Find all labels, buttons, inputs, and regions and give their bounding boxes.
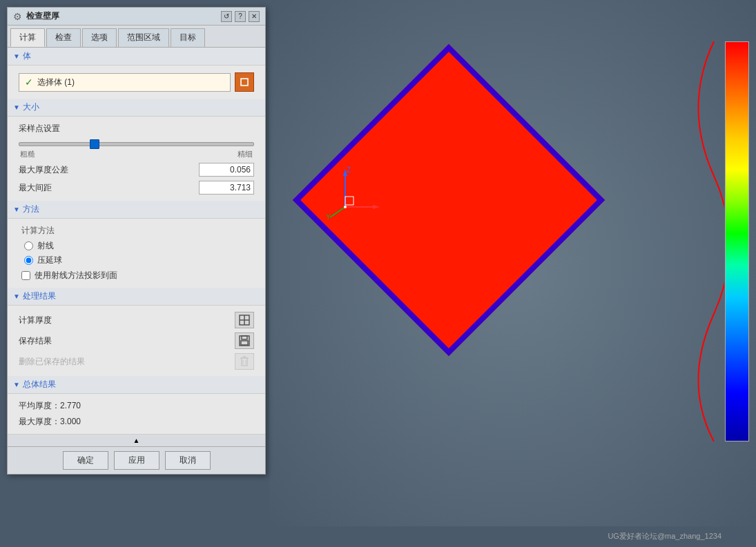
- ok-button[interactable]: 确定: [63, 451, 108, 470]
- tab-target[interactable]: 目标: [171, 28, 205, 47]
- ray-radio-row: 射线: [13, 239, 260, 253]
- apply-button[interactable]: 应用: [114, 451, 159, 470]
- calc-thickness-button[interactable]: [235, 312, 254, 328]
- process-section-content: 计算厚度 保存结果: [8, 306, 265, 376]
- calc-thickness-label: 计算厚度: [19, 315, 231, 326]
- avg-thickness-label: 平均厚度：2.770: [19, 401, 81, 410]
- max-thickness-summary-row: 最大厚度：3.000: [13, 414, 260, 430]
- calc-method-label: 计算方法: [21, 226, 55, 235]
- tab-bar: 计算 检查 选项 范围区域 目标: [8, 26, 265, 48]
- color-scale-curve: [676, 38, 724, 445]
- delete-icon: [238, 355, 251, 368]
- save-result-button[interactable]: [235, 332, 254, 349]
- size-section-label: 大小: [23, 101, 39, 113]
- check-icon: ✓: [25, 77, 33, 88]
- size-section-arrow: ▼: [13, 103, 20, 111]
- tab-range[interactable]: 范围区域: [118, 28, 169, 47]
- size-section-content: 采样点设置 粗糙 精细 最大厚度公差 最大间距: [8, 117, 265, 201]
- save-result-label: 保存结果: [19, 335, 231, 347]
- max-gap-label: 最大间距: [19, 182, 195, 194]
- scroll-up-indicator[interactable]: ▲: [8, 434, 265, 446]
- select-body-field[interactable]: ✓ 选择体 (1): [19, 73, 231, 92]
- svg-point-7: [344, 206, 347, 208]
- delete-result-row: 删除已保存的结果: [13, 351, 260, 372]
- tab-calc[interactable]: 计算: [10, 28, 45, 47]
- svg-line-5: [330, 207, 345, 217]
- section-header-method[interactable]: ▼ 方法: [8, 201, 265, 219]
- body-section-arrow: ▼: [13, 52, 20, 60]
- color-scale-bar: [725, 41, 749, 441]
- dialog-titlebar: ⚙ 检查壁厚 ↺ ? ✕: [8, 8, 265, 26]
- calc-icon: [238, 314, 251, 326]
- project-checkbox[interactable]: [21, 271, 30, 280]
- max-thickness-row: 最大厚度公差: [13, 161, 260, 179]
- process-section-arrow: ▼: [13, 292, 20, 300]
- method-section-label: 方法: [23, 203, 39, 215]
- body-section-label: 体: [23, 50, 31, 62]
- summary-section-label: 总体结果: [23, 379, 56, 390]
- summary-section-arrow: ▼: [13, 381, 20, 388]
- close-button[interactable]: ✕: [249, 11, 260, 22]
- delete-result-button[interactable]: [235, 353, 254, 370]
- slider-thumb[interactable]: [90, 139, 99, 149]
- method-section-content: 计算方法 射线 压延球 使用射线方法投影到面: [8, 219, 265, 288]
- max-thickness-input[interactable]: [199, 163, 254, 177]
- max-thickness-summary-label: 最大厚度：3.000: [19, 417, 81, 426]
- help-button[interactable]: ?: [235, 11, 246, 22]
- select-body-text: 选择体 (1): [37, 77, 75, 88]
- svg-text:Y: Y: [326, 213, 331, 221]
- rollball-radio-row: 压延球: [13, 253, 260, 268]
- section-header-summary[interactable]: ▼ 总体结果: [8, 376, 265, 394]
- slider-row: 粗糙 精细: [13, 137, 260, 161]
- svg-rect-16: [241, 341, 248, 345]
- gear-icon: ⚙: [13, 11, 22, 22]
- calc-method-label-row: 计算方法: [13, 223, 260, 239]
- dialog-title: 检查壁厚: [26, 10, 217, 22]
- project-checkbox-row: 使用射线方法投影到面: [13, 268, 260, 284]
- tab-inspect[interactable]: 检查: [46, 28, 81, 47]
- delete-result-label: 删除已保存的结果: [19, 356, 231, 368]
- body-section-content: ✓ 选择体 (1): [8, 66, 265, 99]
- dialog-wall-thickness: ⚙ 检查壁厚 ↺ ? ✕ 计算 检查 选项 范围区域 目标 ▼ 体 ✓ 选择体 …: [7, 7, 266, 475]
- process-section-label: 处理结果: [23, 290, 56, 302]
- ray-label: 射线: [37, 240, 54, 252]
- coarse-label: 粗糙: [20, 149, 35, 159]
- cancel-button[interactable]: 取消: [165, 451, 211, 470]
- titlebar-buttons: ↺ ? ✕: [221, 11, 260, 22]
- watermark: UG爱好者论坛@ma_zhang_1234: [608, 531, 721, 541]
- section-header-process[interactable]: ▼ 处理结果: [8, 288, 265, 306]
- summary-section-content: 平均厚度：2.770 最大厚度：3.000: [8, 394, 265, 434]
- svg-rect-15: [242, 336, 247, 339]
- tab-options[interactable]: 选项: [82, 28, 117, 47]
- dialog-footer: 确定 应用 取消: [8, 446, 265, 474]
- section-header-size[interactable]: ▼ 大小: [8, 99, 265, 117]
- select-body-row: ✓ 选择体 (1): [13, 70, 260, 95]
- save-result-row: 保存结果: [13, 330, 260, 351]
- viewport: Z Y: [269, 0, 756, 526]
- svg-rect-17: [242, 358, 247, 366]
- method-section-arrow: ▼: [13, 206, 20, 213]
- section-header-body[interactable]: ▼ 体: [8, 48, 265, 66]
- ray-radio[interactable]: [24, 241, 33, 250]
- body-select-button[interactable]: [235, 72, 254, 92]
- svg-marker-4: [373, 205, 380, 209]
- sampling-label-row: 采样点设置: [13, 121, 260, 137]
- svg-rect-8: [345, 197, 353, 205]
- svg-rect-10: [242, 79, 247, 85]
- calc-thickness-row: 计算厚度: [13, 310, 260, 330]
- dialog-content: ▼ 体 ✓ 选择体 (1) ▼ 大小: [8, 48, 265, 446]
- rollball-label: 压延球: [37, 255, 62, 266]
- max-thickness-label: 最大厚度公差: [19, 164, 195, 176]
- rollball-radio[interactable]: [24, 256, 33, 265]
- sampling-label: 采样点设置: [19, 123, 254, 135]
- max-gap-row: 最大间距: [13, 179, 260, 197]
- max-gap-input[interactable]: [199, 181, 254, 195]
- 3d-model-container: [304, 55, 649, 400]
- fine-label: 精细: [238, 149, 253, 159]
- slider-labels: 粗糙 精细: [19, 149, 254, 159]
- project-label: 使用射线方法投影到面: [35, 270, 117, 281]
- slider-track[interactable]: [19, 142, 254, 146]
- refresh-button[interactable]: ↺: [221, 11, 232, 22]
- svg-text:Z: Z: [347, 166, 351, 174]
- body-select-icon: [239, 77, 250, 88]
